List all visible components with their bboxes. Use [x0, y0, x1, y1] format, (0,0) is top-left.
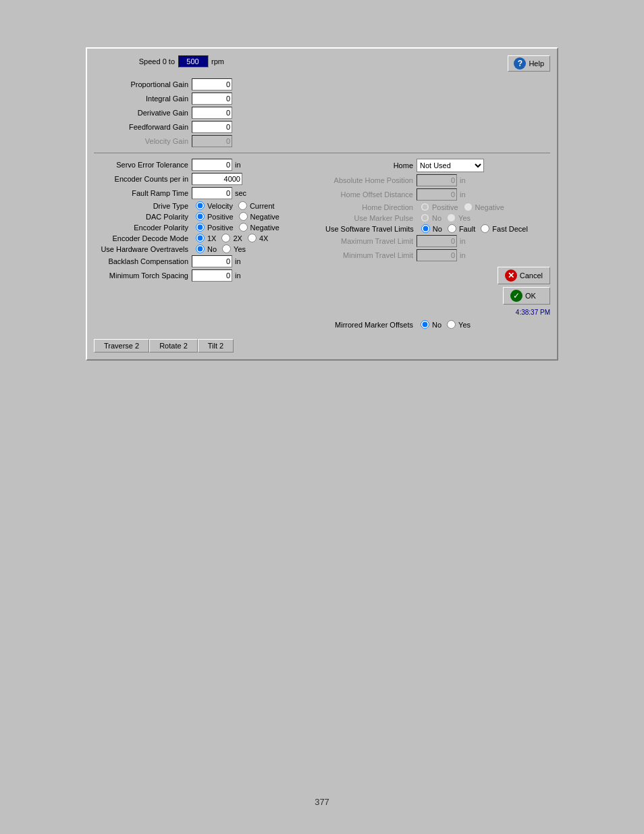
- encoder-polarity-negative-label: Negative: [250, 224, 279, 232]
- home-direction-positive-radio: [421, 203, 429, 211]
- integral-gain-input[interactable]: [192, 93, 232, 105]
- abs-home-label: Absolute Home Position: [325, 176, 413, 184]
- ok-icon: ✓: [510, 290, 522, 302]
- home-row: Home Not Used: [325, 159, 550, 172]
- hardware-overtravels-no-radio[interactable]: [196, 244, 205, 253]
- dac-polarity-radio-group: Positive Negative: [192, 212, 279, 221]
- speed-label: Speed 0 to: [94, 57, 175, 66]
- tilt2-tab[interactable]: Tilt 2: [198, 339, 234, 353]
- dac-polarity-negative-label: Negative: [250, 213, 279, 221]
- home-direction-positive-label: Positive: [432, 203, 458, 211]
- help-button[interactable]: ? Help: [508, 55, 550, 72]
- rotate2-tab[interactable]: Rotate 2: [149, 339, 198, 353]
- software-travel-fast-decel-radio[interactable]: [481, 224, 489, 233]
- home-direction-row: Home Direction Positive Negative: [325, 203, 550, 211]
- marker-pulse-radio-group: No Yes: [417, 213, 471, 222]
- dac-polarity-label: DAC Polarity: [94, 213, 188, 221]
- max-travel-input: [417, 235, 457, 247]
- home-offset-label: Home Offset Distance: [325, 190, 413, 199]
- abs-home-input: [417, 174, 457, 186]
- dac-polarity-negative-radio[interactable]: [239, 212, 248, 221]
- encoder-decode-1x-label: 1X: [207, 234, 216, 242]
- help-icon: ?: [514, 57, 526, 70]
- min-travel-unit: in: [460, 251, 466, 259]
- dac-polarity-positive-label: Positive: [207, 213, 234, 221]
- speed-row: Speed 0 to rpm: [94, 55, 224, 68]
- encoder-decode-4x-radio[interactable]: [248, 234, 257, 242]
- proportional-gain-label: Proportional Gain: [94, 80, 188, 88]
- speed-input[interactable]: [178, 55, 209, 68]
- mirrored-marker-yes-label: Yes: [458, 321, 471, 329]
- hardware-overtravels-yes-radio[interactable]: [222, 244, 231, 253]
- drive-type-current-radio[interactable]: [238, 201, 247, 210]
- hardware-overtravels-label: Use Hardware Overtravels: [94, 245, 188, 253]
- servo-error-input[interactable]: [192, 159, 232, 171]
- drive-type-velocity-radio[interactable]: [196, 201, 205, 210]
- encoder-counts-label: Encoder Counts per in: [94, 175, 188, 183]
- ok-button[interactable]: ✓ OK: [503, 287, 550, 305]
- software-travel-fault-radio[interactable]: [448, 224, 456, 233]
- ok-label: OK: [525, 292, 536, 300]
- software-travel-fault-label: Fault: [459, 225, 475, 233]
- mirrored-marker-radio-group: No Yes: [417, 320, 471, 329]
- gains-section: Proportional Gain Integral Gain Derivati…: [94, 78, 550, 147]
- mirrored-marker-yes-radio[interactable]: [447, 320, 456, 329]
- mirrored-marker-row: Mirrored Marker Offsets No Yes: [325, 320, 550, 329]
- servo-error-label: Servo Error Tolerance: [94, 161, 188, 169]
- home-select[interactable]: Not Used: [417, 159, 484, 172]
- encoder-decode-4x-label: 4X: [259, 234, 268, 242]
- derivative-gain-input[interactable]: [192, 107, 232, 119]
- cancel-label: Cancel: [520, 271, 543, 280]
- left-panel: Servo Error Tolerance in Encoder Counts …: [94, 159, 319, 331]
- drive-type-label: Drive Type: [94, 202, 188, 210]
- hardware-overtravels-radio-group: No Yes: [192, 244, 246, 253]
- backlash-unit: in: [235, 257, 241, 265]
- min-travel-input: [417, 249, 457, 261]
- software-travel-fast-decel-label: Fast Decel: [492, 225, 528, 233]
- encoder-polarity-row: Encoder Polarity Positive Negative: [94, 223, 319, 232]
- min-travel-label: Minimum Travel Limit: [325, 251, 413, 259]
- max-travel-unit: in: [460, 237, 466, 245]
- servo-error-row: Servo Error Tolerance in: [94, 159, 319, 171]
- encoder-polarity-positive-radio[interactable]: [196, 223, 205, 232]
- velocity-gain-label: Velocity Gain: [94, 137, 188, 145]
- fault-ramp-input[interactable]: [192, 187, 232, 199]
- encoder-decode-radio-group: 1X 2X 4X: [192, 234, 268, 242]
- page-number: 377: [315, 797, 329, 807]
- marker-pulse-yes-label: Yes: [458, 214, 471, 222]
- min-torch-spacing-label: Minimum Torch Spacing: [94, 271, 188, 280]
- traverse2-tab[interactable]: Traverse 2: [94, 339, 149, 353]
- marker-pulse-label: Use Marker Pulse: [325, 214, 413, 222]
- proportional-gain-row: Proportional Gain: [94, 78, 550, 90]
- feedforward-gain-input[interactable]: [192, 121, 232, 133]
- max-travel-row: Maximum Travel Limit in: [325, 235, 550, 247]
- min-torch-spacing-input[interactable]: [192, 269, 232, 282]
- backlash-input[interactable]: [192, 255, 232, 267]
- proportional-gain-input[interactable]: [192, 78, 232, 90]
- encoder-decode-1x-radio[interactable]: [196, 234, 205, 242]
- mirrored-marker-no-radio[interactable]: [421, 320, 429, 329]
- min-torch-spacing-row: Minimum Torch Spacing in: [94, 269, 319, 282]
- right-panel: Home Not Used Absolute Home Position in …: [319, 159, 550, 331]
- encoder-counts-input[interactable]: [192, 173, 242, 185]
- dac-polarity-positive-radio[interactable]: [196, 212, 205, 221]
- encoder-decode-row: Encoder Decode Mode 1X 2X 4X: [94, 234, 319, 242]
- marker-pulse-row: Use Marker Pulse No Yes: [325, 213, 550, 222]
- software-travel-radio-group: No Fault Fast Decel: [417, 224, 528, 233]
- marker-pulse-no-radio: [421, 213, 429, 222]
- drive-type-radio-group: Velocity Current: [192, 201, 275, 210]
- fault-ramp-unit: sec: [235, 189, 246, 197]
- marker-pulse-no-label: No: [432, 214, 441, 222]
- drive-type-velocity-label: Velocity: [207, 202, 233, 210]
- cancel-button[interactable]: ✕ Cancel: [498, 267, 550, 284]
- integral-gain-label: Integral Gain: [94, 95, 188, 103]
- encoder-decode-2x-radio[interactable]: [221, 234, 230, 242]
- speed-unit: rpm: [211, 57, 224, 66]
- encoder-polarity-negative-radio[interactable]: [239, 223, 248, 232]
- derivative-gain-label: Derivative Gain: [94, 109, 188, 117]
- content-area: Servo Error Tolerance in Encoder Counts …: [94, 159, 550, 331]
- software-travel-label: Use Software Travel Limits: [325, 225, 414, 233]
- hardware-overtravels-row: Use Hardware Overtravels No Yes: [94, 244, 319, 253]
- software-travel-no-radio[interactable]: [421, 224, 430, 233]
- velocity-gain-row: Velocity Gain: [94, 135, 550, 147]
